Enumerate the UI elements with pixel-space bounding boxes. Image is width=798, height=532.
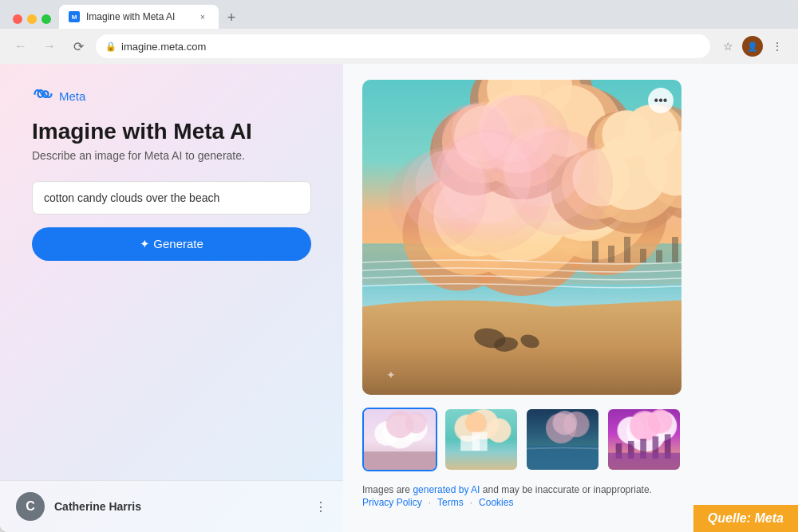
meta-logo-label: Meta — [59, 89, 85, 103]
close-window-btn[interactable] — [13, 14, 22, 24]
user-menu-btn[interactable]: ⋮ — [314, 499, 327, 514]
address-bar: ← → ⟳ 🔒 imagine.meta.com ☆ 👤 ⋮ — [0, 29, 798, 64]
url-text: imagine.meta.com — [121, 41, 206, 53]
right-panel: ••• Images are generate — [343, 64, 798, 532]
generated-by-ai-link[interactable]: generated by AI — [413, 484, 480, 495]
terms-link[interactable]: Terms — [437, 497, 464, 508]
menu-btn[interactable]: ⋮ — [766, 35, 788, 57]
page-content: Meta Imagine with Meta AI Describe an im… — [0, 64, 798, 532]
lock-icon: 🔒 — [105, 41, 117, 52]
window-controls — [6, 10, 57, 29]
privacy-policy-link[interactable]: Privacy Policy — [362, 497, 422, 508]
left-panel: Meta Imagine with Meta AI Describe an im… — [0, 64, 343, 532]
back-btn[interactable]: ← — [10, 35, 32, 57]
footer-text: Images are — [362, 484, 413, 495]
thumbnail-4[interactable] — [606, 408, 681, 471]
star-btn[interactable]: ☆ — [717, 35, 739, 57]
thumbnails-row — [362, 408, 779, 471]
watermark: Quelle: Meta — [693, 505, 798, 532]
thumbnail-3[interactable] — [525, 408, 600, 471]
minimize-window-btn[interactable] — [27, 14, 37, 24]
profile-btn[interactable]: 👤 — [742, 36, 763, 57]
footer-suffix: and may be inaccurate or inappropriate. — [483, 484, 652, 495]
tab-favicon: M — [69, 11, 80, 22]
maximize-window-btn[interactable] — [41, 14, 51, 24]
thumbnail-2[interactable] — [444, 408, 519, 471]
app-title: Imagine with Meta AI — [32, 119, 311, 144]
app-subtitle: Describe an image for Meta AI to generat… — [32, 149, 311, 162]
forward-btn[interactable]: → — [38, 35, 61, 57]
close-tab-btn[interactable]: × — [196, 10, 209, 23]
tab-title: Imagine with Meta AI — [86, 11, 175, 22]
main-image-container: ••• — [362, 80, 681, 395]
generate-button[interactable]: ✦ Generate — [32, 227, 311, 261]
reload-btn[interactable]: ⟳ — [67, 35, 89, 57]
prompt-input[interactable] — [32, 181, 311, 215]
user-profile: C Catherine Harris ⋮ — [0, 480, 343, 532]
image-options-btn[interactable]: ••• — [648, 88, 674, 113]
cookies-link[interactable]: Cookies — [479, 497, 513, 508]
browser-actions: ☆ 👤 ⋮ — [717, 35, 788, 57]
tab-bar: M Imagine with Meta AI × + — [0, 0, 798, 29]
user-name: Catherine Harris — [54, 500, 141, 513]
new-tab-btn[interactable]: + — [220, 6, 243, 29]
main-image — [362, 80, 681, 395]
thumbnail-1[interactable] — [362, 408, 437, 471]
meta-logo-icon — [32, 88, 54, 104]
active-tab[interactable]: M Imagine with Meta AI × — [59, 5, 219, 29]
avatar-initial: C — [26, 499, 35, 514]
avatar: C — [16, 492, 45, 521]
meta-logo: Meta — [32, 88, 311, 104]
browser-window: M Imagine with Meta AI × + ← → ⟳ 🔒 imagi… — [0, 0, 798, 532]
url-bar[interactable]: 🔒 imagine.meta.com — [96, 34, 710, 58]
